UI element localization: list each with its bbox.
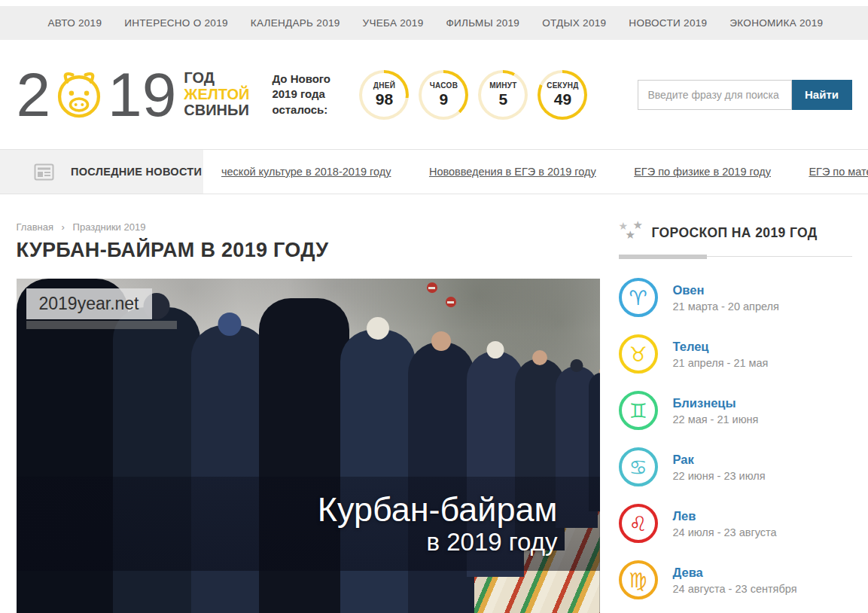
logo-word-zheltoy: ЖЕЛТОЙ <box>184 86 249 102</box>
watermark: 2019year.net <box>26 288 177 329</box>
zodiac-dates: 24 августа - 23 сентября <box>673 583 797 595</box>
top-nav-bar: АВТО 2019 ИНТЕРЕСНО О 2019 КАЛЕНДАРЬ 201… <box>0 6 868 40</box>
nav-item-kalendar[interactable]: КАЛЕНДАРЬ 2019 <box>251 17 340 29</box>
stars-icon: ★★★ <box>619 221 646 244</box>
countdown-ring-seconds: СЕКУНД 49 <box>538 70 587 120</box>
zodiac-item-taurus[interactable]: ♉ Телец 21 апреля - 21 мая <box>619 334 852 374</box>
logo-words: ГОД ЖЕЛТОЙ СВИНЬИ <box>184 70 249 119</box>
horoscope-sidebar: ★★★ ГОРОСКОП НА 2019 ГОД ♈ Овен 21 марта… <box>619 221 852 613</box>
countdown-unit-value: 9 <box>440 90 449 108</box>
logo-word-god: ГОД <box>184 69 215 86</box>
zodiac-item-cancer[interactable]: ♋ Рак 22 июня - 23 июля <box>619 447 852 486</box>
site-logo[interactable]: 2 19 ГОД ЖЕЛТОЙ СВИНЬИ <box>17 64 250 126</box>
ticker-links: ческой культуре в 2018-2019 году Нововве… <box>203 165 868 178</box>
zodiac-item-virgo[interactable]: ♍ Дева 24 августа - 23 сентября <box>619 560 852 599</box>
countdown-unit-value: 49 <box>554 90 571 108</box>
nav-item-novosti[interactable]: НОВОСТИ 2019 <box>629 17 707 29</box>
newspaper-icon <box>34 163 54 181</box>
watermark-text: 2019year.net <box>26 288 152 319</box>
nav-item-ekonomika[interactable]: ЭКОНОМИКА 2019 <box>729 17 823 29</box>
gemini-icon: ♊ <box>619 391 658 430</box>
zodiac-name[interactable]: Близнецы <box>673 396 759 410</box>
zodiac-symbol: ♊ <box>629 401 647 421</box>
image-caption-line1: Курбан-байрам <box>318 491 558 529</box>
breadcrumb-section[interactable]: Праздники 2019 <box>73 221 146 233</box>
ticker-link[interactable]: Нововведения в ЕГЭ в 2019 году <box>429 166 596 178</box>
new-year-countdown: До Нового 2019 года осталось: ДНЕЙ 98 ЧА… <box>272 70 587 120</box>
breadcrumb-separator: › <box>62 221 65 233</box>
zodiac-dates: 22 июня - 23 июля <box>673 470 766 482</box>
nav-item-otdyh[interactable]: ОТДЫХ 2019 <box>542 17 606 29</box>
countdown-ring-days: ДНЕЙ 98 <box>359 70 409 120</box>
ticker-title: ПОСЛЕДНИЕ НОВОСТИ <box>71 166 202 178</box>
countdown-unit-label: СЕКУНД <box>547 81 579 90</box>
countdown-unit-label: МИНУТ <box>489 81 517 90</box>
breadcrumb-home[interactable]: Главная <box>17 221 53 233</box>
breadcrumb: Главная › Праздники 2019 <box>17 221 600 233</box>
zodiac-symbol: ♉ <box>629 344 647 364</box>
countdown-circles: ДНЕЙ 98 ЧАСОВ 9 МИНУТ 5 СЕКУНД 49 <box>359 70 587 120</box>
zodiac-item-aries[interactable]: ♈ Овен 21 марта - 20 апреля <box>619 278 852 317</box>
image-caption-overlay: Курбан-байрам в 2019 году <box>17 477 600 571</box>
countdown-label: До Нового 2019 года осталось: <box>272 72 349 117</box>
ticker-link[interactable]: ЕГЭ по математик <box>809 166 868 178</box>
countdown-unit-label: ЧАСОВ <box>430 81 458 90</box>
countdown-ring-minutes: МИНУТ 5 <box>478 70 528 120</box>
article-column: Главная › Праздники 2019 КУРБАН-БАЙРАМ В… <box>17 221 600 613</box>
cancer-icon: ♋ <box>619 447 658 486</box>
zodiac-name[interactable]: Дева <box>673 566 797 580</box>
top-nav: АВТО 2019 ИНТЕРЕСНО О 2019 КАЛЕНДАРЬ 201… <box>17 6 852 40</box>
taurus-icon: ♉ <box>619 334 658 374</box>
zodiac-dates: 22 мая - 21 июня <box>673 413 759 425</box>
countdown-unit-value: 98 <box>376 90 393 108</box>
countdown-ring-hours: ЧАСОВ 9 <box>419 70 468 120</box>
zodiac-name[interactable]: Лев <box>673 509 777 523</box>
zodiac-item-leo[interactable]: ♌ Лев 24 июля - 23 августа <box>619 504 852 543</box>
zodiac-name[interactable]: Рак <box>673 453 766 467</box>
no-entry-sign-icon <box>427 282 437 293</box>
search-input[interactable] <box>638 80 792 110</box>
zodiac-dates: 21 марта - 20 апреля <box>673 300 779 313</box>
zodiac-dates: 24 июля - 23 августа <box>673 526 777 538</box>
image-caption-line2: в 2019 году <box>427 528 558 557</box>
sidebar-header: ★★★ ГОРОСКОП НА 2019 ГОД <box>619 221 852 256</box>
pig-icon <box>52 68 106 122</box>
zodiac-name[interactable]: Овен <box>673 283 779 297</box>
logo-word-svinyi: СВИНЬИ <box>184 102 248 118</box>
leo-icon: ♌ <box>619 504 658 543</box>
ticker-link[interactable]: ЕГЭ по физике в 2019 году <box>634 166 771 178</box>
search-button[interactable]: Найти <box>792 80 852 110</box>
countdown-unit-value: 5 <box>499 90 508 108</box>
no-entry-sign-icon <box>446 297 456 307</box>
zodiac-symbol: ♈ <box>629 288 647 308</box>
watermark-bar <box>26 321 177 329</box>
zodiac-dates: 21 апреля - 21 мая <box>673 357 769 369</box>
zodiac-symbol: ♋ <box>629 457 647 477</box>
sidebar-title: ГОРОСКОП НА 2019 ГОД <box>652 225 818 241</box>
zodiac-symbol: ♍ <box>629 570 647 590</box>
logo-digit-2: 2 <box>17 64 51 126</box>
virgo-icon: ♍ <box>619 560 658 599</box>
aries-icon: ♈ <box>619 278 658 317</box>
nav-item-interesno[interactable]: ИНТЕРЕСНО О 2019 <box>124 17 228 29</box>
countdown-unit-label: ДНЕЙ <box>373 81 395 90</box>
search-form: Найти <box>638 80 852 110</box>
article-image: Курбан-байрам в 2019 году 2019year.net <box>17 279 600 613</box>
site-header: 2 19 ГОД ЖЕЛТОЙ СВИНЬИ До Нового 2019 го… <box>17 40 852 149</box>
nav-item-filmy[interactable]: ФИЛЬМЫ 2019 <box>446 17 520 29</box>
page-title: КУРБАН-БАЙРАМ В 2019 ГОДУ <box>17 239 600 262</box>
main-content: Главная › Праздники 2019 КУРБАН-БАЙРАМ В… <box>17 221 852 613</box>
logo-digits-19: 19 <box>108 64 176 126</box>
sidebar-divider <box>619 256 852 257</box>
zodiac-item-gemini[interactable]: ♊ Близнецы 22 мая - 21 июня <box>619 391 852 430</box>
ticker-link[interactable]: ческой культуре в 2018-2019 году <box>221 166 391 178</box>
nav-item-ucheba[interactable]: УЧЕБА 2019 <box>363 17 424 29</box>
nav-item-auto[interactable]: АВТО 2019 <box>48 17 102 29</box>
news-ticker-label-block: ПОСЛЕДНИЕ НОВОСТИ <box>0 150 203 194</box>
zodiac-symbol: ♌ <box>629 514 647 534</box>
news-ticker: ПОСЛЕДНИЕ НОВОСТИ ческой культуре в 2018… <box>0 149 868 194</box>
zodiac-name[interactable]: Телец <box>673 340 769 354</box>
